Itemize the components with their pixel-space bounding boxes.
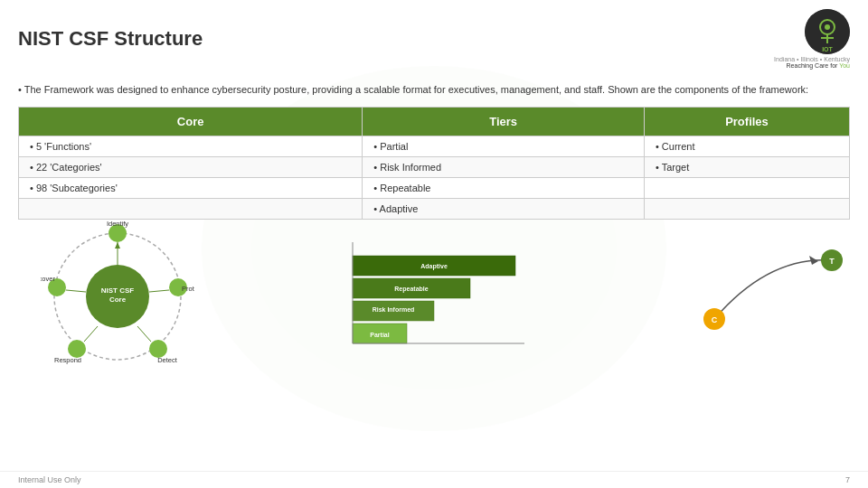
footer: Internal Use Only 7: [0, 471, 868, 488]
profiles-cell-1: • Current: [644, 136, 849, 156]
svg-text:Detect: Detect: [157, 356, 178, 364]
svg-text:Partial: Partial: [370, 332, 389, 338]
intro-text: • The Framework was designed to enhance …: [18, 82, 850, 98]
footer-right: 7: [845, 475, 850, 484]
tiers-cell-2: • Risk Informed: [363, 156, 645, 177]
page-title: NIST CSF Structure: [18, 27, 203, 51]
logo-tagline: Indiana • Illinois • Kentucky Reaching C…: [774, 56, 850, 69]
svg-text:Protect: Protect: [182, 285, 194, 293]
svg-text:Repeatable: Repeatable: [394, 286, 428, 293]
svg-text:Core: Core: [109, 296, 127, 304]
svg-point-19: [149, 340, 167, 358]
tiers-cell-4: • Adaptive: [363, 198, 645, 219]
svg-text:Adaptive: Adaptive: [420, 263, 448, 270]
logo: IOT: [805, 9, 850, 54]
svg-text:Identify: Identify: [107, 220, 128, 228]
footer-left: Internal Use Only: [18, 475, 81, 484]
wheel-container: NIST CSF Core Identify Protect: [41, 220, 194, 364]
core-cell-empty: [19, 198, 363, 219]
wheel-section: NIST CSF Core Identify Protect: [18, 220, 217, 364]
svg-line-18: [149, 290, 169, 292]
tiers-diagram: Partial Risk Informed Repeatable Adaptiv…: [316, 229, 570, 351]
col-header-core: Core: [19, 107, 363, 136]
table-row: • Adaptive: [19, 198, 850, 219]
framework-table: Core Tiers Profiles • 5 'Functions' • Pa…: [18, 107, 850, 220]
page: NIST CSF Structure IOT Indiana • Illinoi…: [0, 0, 868, 488]
logo-area: IOT Indiana • Illinois • Kentucky Reachi…: [774, 9, 850, 69]
header: NIST CSF Structure IOT Indiana • Illinoi…: [0, 0, 868, 73]
svg-line-21: [137, 326, 151, 342]
svg-point-4: [825, 24, 830, 30]
content: • The Framework was designed to enhance …: [0, 73, 868, 471]
core-cell-2: • 22 'Categories': [19, 156, 363, 177]
svg-text:Respond: Respond: [54, 356, 81, 364]
svg-line-27: [66, 290, 86, 292]
tiers-cell-3: • Repeatable: [363, 177, 645, 198]
core-cell-1: • 5 'Functions': [19, 136, 363, 156]
core-cell-3: • 98 'Subcategories': [19, 177, 363, 198]
profiles-section: C T: [669, 229, 850, 346]
table-row: • 98 'Subcategories' • Repeatable: [19, 177, 850, 198]
svg-line-24: [84, 326, 98, 342]
table-row: • 22 'Categories' • Risk Informed • Targ…: [19, 156, 850, 177]
table-row: • 5 'Functions' • Partial • Current: [19, 136, 850, 156]
tiers-bars-svg: Partial Risk Informed Repeatable Adaptiv…: [335, 233, 552, 351]
profiles-svg: C T: [678, 238, 859, 355]
profiles-cell-2: • Target: [644, 156, 849, 177]
svg-text:C: C: [712, 315, 718, 324]
tiers-cell-1: • Partial: [363, 136, 645, 156]
profiles-cell-empty2: [644, 198, 849, 219]
profile-diagram: C T: [678, 238, 841, 346]
svg-text:Recover: Recover: [41, 275, 55, 283]
diagram-area: NIST CSF Core Identify Protect: [18, 229, 850, 463]
svg-text:T: T: [829, 257, 835, 266]
svg-marker-15: [115, 242, 120, 249]
col-header-profiles: Profiles: [644, 107, 849, 136]
nist-wheel-svg: NIST CSF Core Identify Protect: [41, 220, 194, 364]
profiles-cell-empty: [644, 177, 849, 198]
svg-point-22: [68, 340, 86, 358]
svg-text:NIST CSF: NIST CSF: [101, 286, 135, 295]
col-header-tiers: Tiers: [363, 107, 645, 136]
svg-text:Risk Informed: Risk Informed: [373, 306, 415, 313]
svg-text:IOT: IOT: [822, 46, 833, 52]
